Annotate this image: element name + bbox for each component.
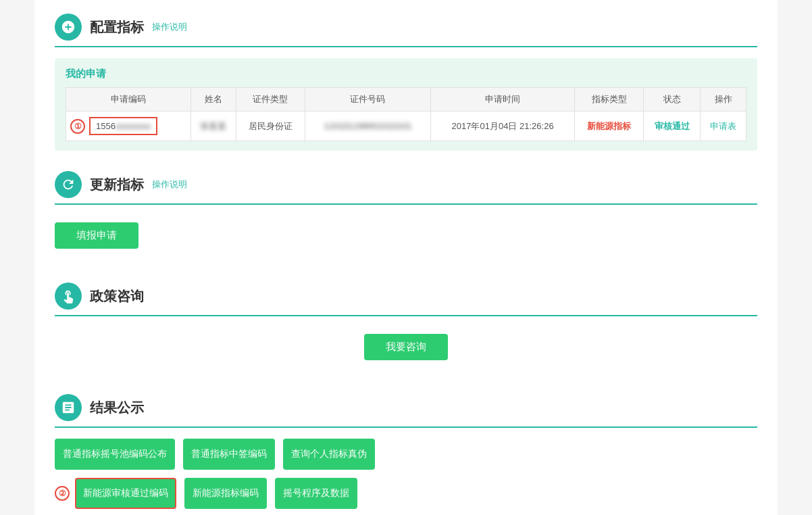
- update-section: 更新指标 操作说明 填报申请: [55, 171, 757, 262]
- col-status: 状态: [643, 88, 701, 112]
- update-btn-container: 填报申请: [55, 216, 757, 262]
- config-divider: [55, 46, 757, 47]
- table-header-row: 申请编码 姓名 证件类型 证件号码 申请时间 指标类型 状态 操作: [66, 88, 746, 112]
- config-header: 配置指标 操作说明: [55, 14, 757, 41]
- fill-application-button[interactable]: 填报申请: [55, 222, 138, 249]
- result-row2: 新能源审核通过编码 新能源指标编码 摇号程序及数据: [75, 478, 757, 509]
- policy-title: 政策咨询: [90, 287, 144, 305]
- indicator-1: ①: [70, 119, 85, 134]
- cell-time: 2017年01月04日 21:26:26: [430, 112, 574, 141]
- name-blurred: 张某某: [200, 121, 226, 131]
- btn-new-energy-code[interactable]: 新能源指标编码: [184, 478, 267, 509]
- code-with-indicator: ① 1556xxxxxxxx: [66, 112, 191, 141]
- result-icon: [55, 394, 82, 421]
- policy-section: 政策咨询 我要咨询: [55, 283, 757, 374]
- status-label: 审核通过: [655, 121, 690, 131]
- policy-icon: [55, 283, 82, 310]
- update-icon: [55, 171, 82, 198]
- policy-divider: [55, 315, 757, 316]
- btn-ordinary-winning[interactable]: 普通指标中签编码: [183, 439, 275, 470]
- cell-code-wrapper: ① 1556xxxxxxxx: [66, 112, 191, 141]
- plus-icon: [61, 20, 76, 34]
- cell-quota-type: 新能源指标: [575, 112, 643, 141]
- cell-id-number: 110101199001010101: [305, 112, 430, 141]
- hand-icon: [61, 289, 76, 303]
- table-row: ① 1556xxxxxxxx 张某某 居民身份证 110101199001010…: [66, 112, 746, 141]
- result-row1: 普通指标摇号池编码公布 普通指标中签编码 查询个人指标真伪: [55, 439, 757, 470]
- result-section: 结果公示 普通指标摇号池编码公布 普通指标中签编码 查询个人指标真伪 ② 新能源…: [55, 394, 757, 509]
- cell-name: 张某某: [191, 112, 236, 141]
- cell-status: 审核通过: [643, 112, 701, 141]
- result-header: 结果公示: [55, 394, 757, 421]
- result-title: 结果公示: [90, 399, 144, 417]
- policy-header: 政策咨询: [55, 283, 757, 310]
- my-application-title: 我的申请: [66, 68, 746, 80]
- update-op-link[interactable]: 操作说明: [152, 178, 187, 191]
- result-divider: [55, 426, 757, 428]
- policy-btn-container: 我要咨询: [55, 327, 757, 374]
- config-icon: [55, 14, 82, 41]
- action-link[interactable]: 申请表: [710, 121, 736, 131]
- config-op-link[interactable]: 操作说明: [152, 21, 187, 33]
- col-name: 姓名: [191, 88, 236, 112]
- id-number-blurred: 110101199001010101: [324, 121, 411, 131]
- my-application-box: 我的申请 申请编码 姓名 证件类型 证件号码 申请时间 指标类型 状态 操作: [55, 58, 757, 151]
- update-divider: [55, 203, 757, 205]
- col-quota-type: 指标类型: [575, 88, 643, 112]
- col-id-number: 证件号码: [305, 88, 430, 112]
- page-container: 配置指标 操作说明 我的申请 申请编码 姓名 证件类型 证件号码 申请时间 指标…: [34, 0, 778, 515]
- consult-button[interactable]: 我要咨询: [364, 334, 448, 360]
- update-header: 更新指标 操作说明: [55, 171, 757, 198]
- code-blurred: xxxxxxxx: [116, 121, 151, 131]
- col-time: 申请时间: [430, 88, 574, 112]
- cell-action: 申请表: [701, 112, 746, 141]
- indicator-2: ②: [55, 486, 70, 501]
- col-action: 操作: [701, 88, 746, 112]
- result-row2-container: ② 新能源审核通过编码 新能源指标编码 摇号程序及数据: [55, 478, 757, 509]
- quota-type-label: 新能源指标: [587, 121, 631, 131]
- btn-ordinary-pool[interactable]: 普通指标摇号池编码公布: [55, 439, 175, 470]
- list-icon: [61, 400, 76, 415]
- col-code: 申请编码: [66, 88, 191, 112]
- config-title: 配置指标: [90, 18, 144, 36]
- btn-lottery-program[interactable]: 摇号程序及数据: [275, 478, 357, 509]
- config-section: 配置指标 操作说明 我的申请 申请编码 姓名 证件类型 证件号码 申请时间 指标…: [55, 14, 757, 151]
- cell-id-type: 居民身份证: [236, 112, 305, 141]
- refresh-icon: [61, 177, 76, 192]
- col-id-type: 证件类型: [236, 88, 305, 112]
- update-title: 更新指标: [90, 176, 144, 194]
- application-code: 1556xxxxxxxx: [89, 117, 157, 135]
- btn-personal-verify[interactable]: 查询个人指标真伪: [283, 439, 375, 470]
- application-table: 申请编码 姓名 证件类型 证件号码 申请时间 指标类型 状态 操作: [66, 87, 746, 141]
- btn-new-energy-approved[interactable]: 新能源审核通过编码: [75, 478, 176, 509]
